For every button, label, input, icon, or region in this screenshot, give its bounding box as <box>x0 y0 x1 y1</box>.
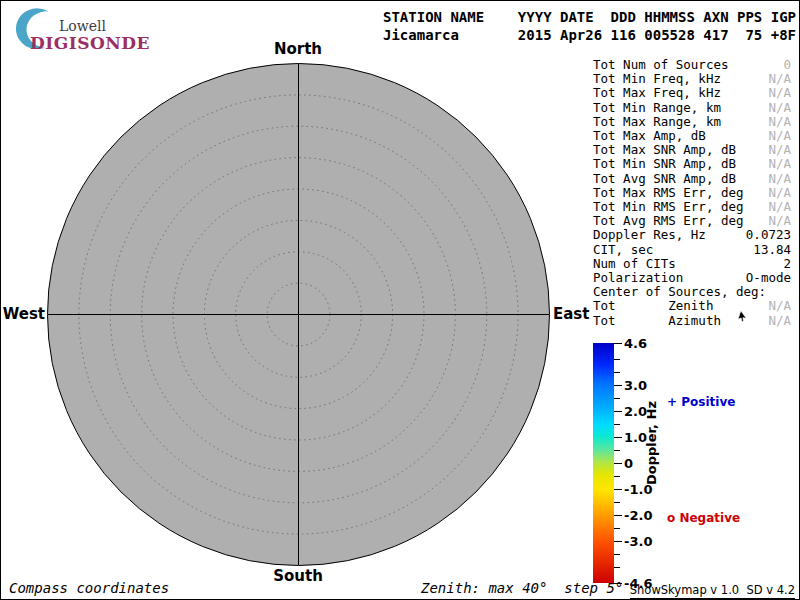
stats-row: Tot Max SNR Amp, dBN/A <box>593 143 791 157</box>
compass-label-south: South <box>273 567 323 585</box>
colorbar-major-tick <box>614 437 622 438</box>
stats-label: Tot Zenith <box>593 299 713 313</box>
lowell-digisonde-logo: Lowell DIGISONDE <box>11 5 241 53</box>
stats-label: Tot Num of Sources <box>593 58 728 72</box>
stats-row: Tot Max Amp, dBN/A <box>593 129 791 143</box>
stats-value: N/A <box>768 129 791 143</box>
stats-label: Tot Max SNR Amp, dB <box>593 143 736 157</box>
stats-value: 2 <box>783 257 791 271</box>
stats-value: N/A <box>768 115 791 129</box>
colorbar-major-tick <box>614 463 622 464</box>
stats-value: N/A <box>768 200 791 214</box>
colorbar-minor-tick <box>614 476 620 477</box>
colorbar-axis-title: Doppler, Hz <box>644 401 659 485</box>
skymap-window: Lowell DIGISONDE STATION NAME YYYY DATE … <box>0 0 800 600</box>
stats-label: Tot Max RMS Err, deg <box>593 186 744 200</box>
stats-row: Tot AzimuthN/A <box>593 314 791 328</box>
stats-row: Tot Max Freq, kHzN/A <box>593 86 791 100</box>
stats-row: Tot Min RMS Err, degN/A <box>593 200 791 214</box>
colorbar-major-tick <box>614 385 622 386</box>
stats-row: Num of CITs2 <box>593 257 791 271</box>
colorbar-minor-tick <box>614 528 620 529</box>
colorbar-major-tick <box>614 343 622 344</box>
stats-label: Tot Avg SNR Amp, dB <box>593 172 736 186</box>
stats-label: Center of Sources, deg: <box>593 285 766 299</box>
colorbar-major-tick <box>614 489 622 490</box>
stats-row: Tot Min Freq, kHzN/A <box>593 72 791 86</box>
colorbar-tick-label: 0 <box>624 456 633 471</box>
colorbar-tick-label: -2.0 <box>624 508 652 523</box>
mouse-cursor-icon <box>738 311 750 323</box>
colorbar-minor-tick <box>614 567 620 568</box>
colorbar-major-tick <box>614 515 622 516</box>
stats-row: Tot Max RMS Err, degN/A <box>593 186 791 200</box>
stats-label: Tot Min Freq, kHz <box>593 72 721 86</box>
showskymap-version-link[interactable]: ShowSkymap v 1.0 SD v 4.2 <box>630 583 795 599</box>
stats-value: N/A <box>768 314 791 328</box>
compass-label-east: East <box>553 305 589 323</box>
stats-label: Tot Min Range, km <box>593 101 721 115</box>
stats-value: N/A <box>768 72 791 86</box>
stats-value: N/A <box>768 299 791 313</box>
colorbar-tick-label: 4.6 <box>624 336 647 351</box>
stats-row: Tot Min Range, kmN/A <box>593 101 791 115</box>
stats-label: Tot Max Amp, dB <box>593 129 706 143</box>
colorbar-minor-tick <box>614 359 620 360</box>
stats-label: Tot Max Range, km <box>593 115 721 129</box>
doppler-colorbar: 4.63.02.01.00-1.0-2.0-3.0-4.6 Doppler, H… <box>593 343 793 584</box>
colorbar-minor-tick <box>614 450 620 451</box>
stats-row: PolarizationO-mode <box>593 271 791 285</box>
stats-value: 13.84 <box>753 243 791 257</box>
stats-value: N/A <box>768 86 791 100</box>
compass-label-west: West <box>3 305 45 323</box>
stats-value: N/A <box>768 143 791 157</box>
colorbar-minor-tick <box>614 398 620 399</box>
stats-label: CIT, sec <box>593 243 653 257</box>
stats-value: N/A <box>768 214 791 228</box>
stats-label: Polarization <box>593 271 683 285</box>
stats-row: Tot Max Range, kmN/A <box>593 115 791 129</box>
colorbar-minor-tick <box>614 372 620 373</box>
station-header-values: Jicamarca 2015 Apr26 116 005528 417 75 +… <box>383 26 796 44</box>
stats-value: N/A <box>768 101 791 115</box>
stats-value: N/A <box>768 186 791 200</box>
stats-row: Doppler Res, Hz0.0723 <box>593 228 791 242</box>
stats-row: Tot ZenithN/A <box>593 299 791 313</box>
stats-label: Tot Avg RMS Err, deg <box>593 214 744 228</box>
colorbar-gradient <box>593 343 614 583</box>
zenith-range-label: Zenith: max 40° step 5° <box>421 580 623 596</box>
stats-value: O-mode <box>746 271 791 285</box>
logo-lowell-text: Lowell <box>59 18 106 34</box>
logo-digisonde-text: DIGISONDE <box>30 33 150 53</box>
stats-value: 0 <box>783 58 791 72</box>
colorbar-tick-label: 3.0 <box>624 377 647 392</box>
stats-row: Center of Sources, deg: <box>593 285 791 299</box>
compass-label-north: North <box>274 40 322 58</box>
colorbar-major-tick <box>614 541 622 542</box>
stats-value: N/A <box>768 157 791 171</box>
negative-doppler-legend: o Negative <box>667 511 740 525</box>
stats-value: N/A <box>768 172 791 186</box>
station-header: STATION NAME YYYY DATE DDD HHMMSS AXN PP… <box>383 8 796 44</box>
stats-label: Tot Min SNR Amp, dB <box>593 157 736 171</box>
stats-row: Tot Min SNR Amp, dBN/A <box>593 157 791 171</box>
stats-row: Tot Avg RMS Err, degN/A <box>593 214 791 228</box>
station-header-columns: STATION NAME YYYY DATE DDD HHMMSS AXN PP… <box>383 8 796 26</box>
colorbar-tick-label: -3.0 <box>624 534 652 549</box>
stats-label: Tot Min RMS Err, deg <box>593 200 744 214</box>
stats-row: CIT, sec13.84 <box>593 243 791 257</box>
stats-panel: Tot Num of Sources0Tot Min Freq, kHzN/AT… <box>593 58 791 328</box>
stats-label: Num of CITs <box>593 257 676 271</box>
stats-row: Tot Num of Sources0 <box>593 58 791 72</box>
positive-doppler-legend: + Positive <box>667 395 735 409</box>
stats-label: Doppler Res, Hz <box>593 228 706 242</box>
coordinates-mode-label: Compass coordinates <box>9 580 169 596</box>
colorbar-major-tick <box>614 411 622 412</box>
stats-value: 0.0723 <box>746 228 791 242</box>
stats-label: Tot Max Freq, kHz <box>593 86 721 100</box>
colorbar-minor-tick <box>614 554 620 555</box>
stats-label: Tot Azimuth <box>593 314 721 328</box>
skymap-polar-plot <box>47 63 550 566</box>
colorbar-minor-tick <box>614 502 620 503</box>
stats-row: Tot Avg SNR Amp, dBN/A <box>593 172 791 186</box>
